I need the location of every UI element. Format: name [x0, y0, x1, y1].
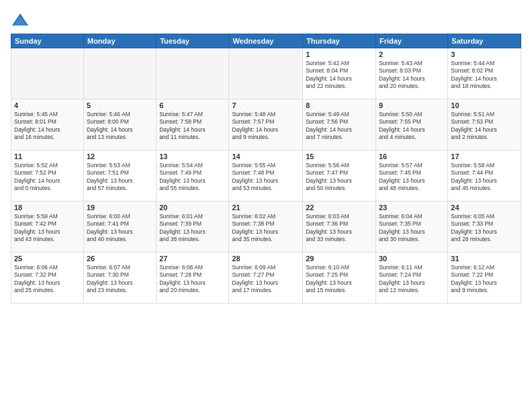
day-info: Sunrise: 6:04 AM Sunset: 7:35 PM Dayligh… — [379, 213, 445, 244]
day-info: Sunrise: 5:55 AM Sunset: 7:48 PM Dayligh… — [232, 162, 300, 193]
day-number: 11 — [14, 152, 81, 161]
day-info: Sunrise: 5:43 AM Sunset: 8:03 PM Dayligh… — [379, 60, 445, 91]
day-cell: 25Sunrise: 6:06 AM Sunset: 7:32 PM Dayli… — [11, 253, 84, 304]
day-info: Sunrise: 5:47 AM Sunset: 7:58 PM Dayligh… — [159, 111, 226, 142]
day-number: 8 — [306, 101, 373, 109]
day-number: 19 — [87, 203, 153, 212]
day-cell: 29Sunrise: 6:10 AM Sunset: 7:25 PM Dayli… — [303, 253, 376, 304]
day-cell: 8Sunrise: 5:49 AM Sunset: 7:56 PM Daylig… — [303, 99, 376, 150]
day-number: 1 — [306, 50, 373, 58]
day-info: Sunrise: 6:10 AM Sunset: 7:25 PM Dayligh… — [306, 264, 373, 295]
day-info: Sunrise: 5:45 AM Sunset: 8:01 PM Dayligh… — [14, 111, 81, 142]
day-info: Sunrise: 5:57 AM Sunset: 7:45 PM Dayligh… — [379, 162, 445, 193]
day-info: Sunrise: 6:09 AM Sunset: 7:27 PM Dayligh… — [232, 264, 300, 295]
day-cell: 1Sunrise: 5:42 AM Sunset: 8:04 PM Daylig… — [303, 48, 376, 99]
day-info: Sunrise: 5:48 AM Sunset: 7:57 PM Dayligh… — [232, 111, 300, 142]
day-number: 29 — [306, 255, 373, 263]
day-number: 20 — [159, 203, 226, 212]
day-number: 2 — [379, 50, 445, 58]
day-info: Sunrise: 5:54 AM Sunset: 7:49 PM Dayligh… — [159, 162, 226, 193]
day-cell: 16Sunrise: 5:57 AM Sunset: 7:45 PM Dayli… — [375, 150, 447, 201]
day-cell: 4Sunrise: 5:45 AM Sunset: 8:01 PM Daylig… — [11, 99, 84, 150]
day-info: Sunrise: 5:56 AM Sunset: 7:47 PM Dayligh… — [306, 162, 373, 193]
day-info: Sunrise: 5:53 AM Sunset: 7:51 PM Dayligh… — [87, 162, 153, 193]
day-cell: 17Sunrise: 5:58 AM Sunset: 7:44 PM Dayli… — [448, 150, 521, 201]
col-header-wednesday: Wednesday — [229, 34, 303, 48]
day-info: Sunrise: 6:00 AM Sunset: 7:41 PM Dayligh… — [87, 213, 153, 244]
day-cell: 24Sunrise: 6:05 AM Sunset: 7:33 PM Dayli… — [448, 201, 521, 253]
day-info: Sunrise: 6:12 AM Sunset: 7:22 PM Dayligh… — [451, 264, 518, 295]
day-number: 16 — [379, 152, 445, 161]
week-row-2: 4Sunrise: 5:45 AM Sunset: 8:01 PM Daylig… — [11, 99, 521, 150]
day-info: Sunrise: 5:46 AM Sunset: 8:00 PM Dayligh… — [87, 111, 153, 142]
day-info: Sunrise: 6:07 AM Sunset: 7:30 PM Dayligh… — [87, 264, 153, 295]
day-info: Sunrise: 5:44 AM Sunset: 8:02 PM Dayligh… — [451, 60, 518, 91]
day-number: 10 — [451, 101, 518, 109]
day-info: Sunrise: 6:08 AM Sunset: 7:28 PM Dayligh… — [159, 264, 226, 295]
day-number: 30 — [379, 255, 445, 263]
day-number: 4 — [14, 101, 81, 109]
day-number: 17 — [451, 152, 518, 161]
day-info: Sunrise: 6:05 AM Sunset: 7:33 PM Dayligh… — [451, 213, 518, 244]
day-info: Sunrise: 5:52 AM Sunset: 7:52 PM Dayligh… — [14, 162, 81, 193]
day-info: Sunrise: 5:58 AM Sunset: 7:44 PM Dayligh… — [451, 162, 518, 193]
col-header-sunday: Sunday — [11, 34, 84, 48]
col-header-friday: Friday — [375, 34, 447, 48]
day-cell — [229, 48, 303, 99]
week-row-3: 11Sunrise: 5:52 AM Sunset: 7:52 PM Dayli… — [11, 150, 521, 201]
day-cell: 10Sunrise: 5:51 AM Sunset: 7:53 PM Dayli… — [448, 99, 521, 150]
day-cell: 2Sunrise: 5:43 AM Sunset: 8:03 PM Daylig… — [375, 48, 447, 99]
day-number: 24 — [451, 203, 518, 212]
day-info: Sunrise: 5:51 AM Sunset: 7:53 PM Dayligh… — [451, 111, 518, 142]
day-number: 6 — [159, 101, 226, 109]
day-cell — [11, 48, 84, 99]
day-cell: 27Sunrise: 6:08 AM Sunset: 7:28 PM Dayli… — [157, 253, 229, 304]
day-cell — [83, 48, 156, 99]
day-info: Sunrise: 6:06 AM Sunset: 7:32 PM Dayligh… — [14, 264, 81, 295]
day-number: 27 — [159, 255, 226, 263]
day-number: 28 — [232, 255, 300, 263]
day-cell: 13Sunrise: 5:54 AM Sunset: 7:49 PM Dayli… — [157, 150, 229, 201]
day-number: 9 — [379, 101, 445, 109]
col-header-tuesday: Tuesday — [157, 34, 229, 48]
day-cell: 6Sunrise: 5:47 AM Sunset: 7:58 PM Daylig… — [157, 99, 229, 150]
col-header-saturday: Saturday — [448, 34, 521, 48]
day-info: Sunrise: 5:50 AM Sunset: 7:55 PM Dayligh… — [379, 111, 445, 142]
day-cell: 12Sunrise: 5:53 AM Sunset: 7:51 PM Dayli… — [83, 150, 156, 201]
day-info: Sunrise: 5:42 AM Sunset: 8:04 PM Dayligh… — [306, 60, 373, 91]
day-number: 14 — [232, 152, 300, 161]
day-info: Sunrise: 6:01 AM Sunset: 7:39 PM Dayligh… — [159, 213, 226, 244]
week-row-5: 25Sunrise: 6:06 AM Sunset: 7:32 PM Dayli… — [11, 253, 521, 304]
day-cell: 26Sunrise: 6:07 AM Sunset: 7:30 PM Dayli… — [83, 253, 156, 304]
day-number: 18 — [14, 203, 81, 212]
day-info: Sunrise: 6:11 AM Sunset: 7:24 PM Dayligh… — [379, 264, 445, 295]
day-cell: 11Sunrise: 5:52 AM Sunset: 7:52 PM Dayli… — [11, 150, 84, 201]
day-number: 5 — [87, 101, 153, 109]
day-cell: 20Sunrise: 6:01 AM Sunset: 7:39 PM Dayli… — [157, 201, 229, 253]
day-cell: 14Sunrise: 5:55 AM Sunset: 7:48 PM Dayli… — [229, 150, 303, 201]
calendar-table: SundayMondayTuesdayWednesdayThursdayFrid… — [11, 34, 521, 304]
day-info: Sunrise: 6:02 AM Sunset: 7:38 PM Dayligh… — [232, 213, 300, 244]
day-number: 12 — [87, 152, 153, 161]
header-row: SundayMondayTuesdayWednesdayThursdayFrid… — [11, 34, 521, 48]
day-cell: 5Sunrise: 5:46 AM Sunset: 8:00 PM Daylig… — [83, 99, 156, 150]
day-number: 22 — [306, 203, 373, 212]
day-number: 31 — [451, 255, 518, 263]
day-cell: 15Sunrise: 5:56 AM Sunset: 7:47 PM Dayli… — [303, 150, 376, 201]
day-cell: 23Sunrise: 6:04 AM Sunset: 7:35 PM Dayli… — [375, 201, 447, 253]
day-number: 13 — [159, 152, 226, 161]
header — [11, 8, 521, 30]
day-cell: 31Sunrise: 6:12 AM Sunset: 7:22 PM Dayli… — [448, 253, 521, 304]
day-cell: 28Sunrise: 6:09 AM Sunset: 7:27 PM Dayli… — [229, 253, 303, 304]
day-number: 21 — [232, 203, 300, 212]
week-row-4: 18Sunrise: 5:59 AM Sunset: 7:42 PM Dayli… — [11, 201, 521, 253]
day-info: Sunrise: 5:59 AM Sunset: 7:42 PM Dayligh… — [14, 213, 81, 244]
logo — [11, 11, 32, 30]
day-cell: 7Sunrise: 5:48 AM Sunset: 7:57 PM Daylig… — [229, 99, 303, 150]
day-cell: 30Sunrise: 6:11 AM Sunset: 7:24 PM Dayli… — [375, 253, 447, 304]
day-number: 23 — [379, 203, 445, 212]
day-cell: 19Sunrise: 6:00 AM Sunset: 7:41 PM Dayli… — [83, 201, 156, 253]
day-number: 7 — [232, 101, 300, 109]
day-cell: 22Sunrise: 6:03 AM Sunset: 7:36 PM Dayli… — [303, 201, 376, 253]
day-number: 26 — [87, 255, 153, 263]
